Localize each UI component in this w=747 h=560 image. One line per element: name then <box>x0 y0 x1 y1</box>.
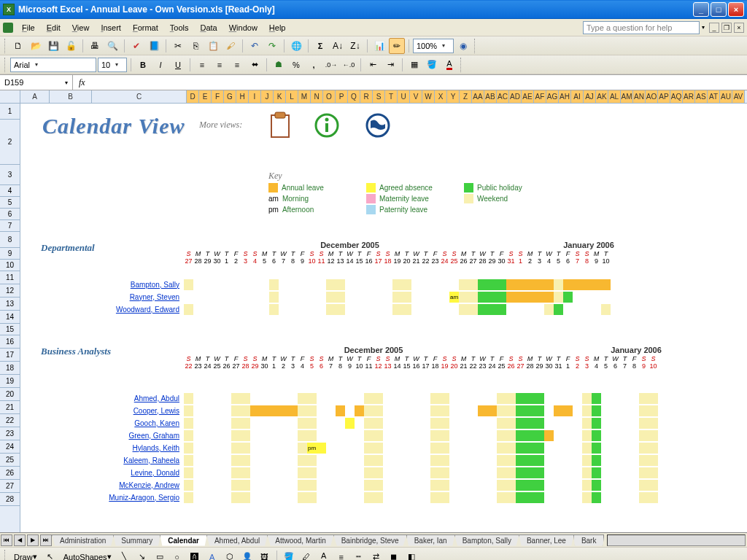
employee-link[interactable]: Hylands, Keith <box>133 444 179 452</box>
col-header-AR[interactable]: AR <box>683 90 695 103</box>
col-header-AV[interactable]: AV <box>732 90 745 103</box>
tab-nav-first[interactable]: ⏮ <box>1 534 12 546</box>
tab-nav-last[interactable]: ⏭ <box>40 534 52 546</box>
undo-button[interactable]: ↶ <box>247 38 263 54</box>
fill-color-draw-button[interactable]: 🪣 <box>281 549 297 561</box>
horizontal-scrollbar[interactable] <box>607 534 746 546</box>
name-box[interactable]: D159▾ <box>0 75 73 90</box>
menu-tools[interactable]: Tools <box>164 22 195 34</box>
fx-button[interactable]: fx <box>73 77 91 88</box>
open-button[interactable]: 📂 <box>28 38 44 54</box>
col-header-AI[interactable]: AI <box>571 90 584 103</box>
row-header-25[interactable]: 25 <box>0 454 20 467</box>
col-header-AA[interactable]: AA <box>472 90 484 103</box>
employee-link[interactable]: Rayner, Steven <box>130 293 179 301</box>
row-header-27[interactable]: 27 <box>0 480 20 493</box>
font-size-combo[interactable]: 10▾ <box>98 58 127 72</box>
select-all-corner[interactable] <box>0 90 20 103</box>
decrease-decimal-button[interactable]: ←.0 <box>341 57 357 73</box>
shadow-button[interactable]: ◼ <box>386 549 402 561</box>
col-header-M[interactable]: M <box>298 90 311 103</box>
col-header-AU[interactable]: AU <box>720 90 732 103</box>
col-header-AP[interactable]: AP <box>658 90 670 103</box>
sheet-tab-bainbridge-steve[interactable]: Bainbridge, Steve <box>333 534 407 546</box>
col-header-B[interactable]: B <box>50 90 92 103</box>
comma-button[interactable]: , <box>306 57 322 73</box>
col-header-G[interactable]: G <box>224 90 236 103</box>
col-header-H[interactable]: H <box>236 90 249 103</box>
menu-data[interactable]: Data <box>194 22 222 34</box>
sort-asc-button[interactable]: A↓ <box>330 38 346 54</box>
doc-restore-button[interactable]: ❐ <box>721 23 732 33</box>
sheet-tab-ahmed-abdul[interactable]: Ahmed, Abdul <box>206 534 268 546</box>
minimize-button[interactable]: _ <box>693 2 709 17</box>
draw-menu[interactable]: Draw ▾ <box>10 549 41 561</box>
col-header-W[interactable]: W <box>422 90 435 103</box>
help-button[interactable]: ◉ <box>455 38 471 54</box>
line-style-button[interactable]: ≡ <box>333 549 349 561</box>
sheet-tab-baker-ian[interactable]: Baker, Ian <box>406 534 455 546</box>
align-left-button[interactable]: ≡ <box>194 57 210 73</box>
employee-link[interactable]: Green, Graham <box>129 432 179 440</box>
line-color-button[interactable]: 🖊 <box>298 549 314 561</box>
row-header-10[interactable]: 10 <box>0 260 20 271</box>
col-header-AL[interactable]: AL <box>608 90 621 103</box>
picture-button[interactable]: 🖼 <box>257 549 273 561</box>
col-header-S[interactable]: S <box>373 90 385 103</box>
sheet-tab-bampton-sally[interactable]: Bampton, Sally <box>454 534 519 546</box>
tab-nav-prev[interactable]: ◀ <box>14 534 26 546</box>
percent-button[interactable]: % <box>288 57 304 73</box>
decrease-indent-button[interactable]: ⇤ <box>365 57 381 73</box>
clipboard-view-icon[interactable] <box>266 111 295 140</box>
menu-window[interactable]: Window <box>223 22 263 34</box>
help-search-input[interactable]: Type a question for help <box>583 21 700 34</box>
autoshapes-menu[interactable]: AutoShapes ▾ <box>60 549 115 561</box>
employee-link[interactable]: Levine, Donald <box>131 469 179 477</box>
employee-link[interactable]: Woodward, Edward <box>116 306 179 314</box>
align-right-button[interactable]: ≡ <box>229 57 245 73</box>
oval-button[interactable]: ○ <box>169 549 185 561</box>
row-header-17[interactable]: 17 <box>0 349 20 362</box>
employee-link[interactable]: Cooper, Lewis <box>133 407 179 415</box>
col-header-AK[interactable]: AK <box>596 90 608 103</box>
row-header-21[interactable]: 21 <box>0 401 20 414</box>
col-header-I[interactable]: I <box>249 90 261 103</box>
save-button[interactable]: 💾 <box>45 38 61 54</box>
row-header-11[interactable]: 11 <box>0 271 20 284</box>
row-header-26[interactable]: 26 <box>0 467 20 480</box>
col-header-AO[interactable]: AO <box>646 90 658 103</box>
chart-wizard-button[interactable]: 📊 <box>371 38 387 54</box>
font-color-button[interactable]: A <box>441 57 457 73</box>
arrow-button[interactable]: ↘ <box>134 549 150 561</box>
align-center-button[interactable]: ≡ <box>212 57 228 73</box>
employee-link[interactable]: Gooch, Karen <box>134 419 179 427</box>
row-header-28[interactable]: 28 <box>0 493 20 506</box>
row-header-3[interactable]: 3 <box>0 165 20 185</box>
line-button[interactable]: ╲ <box>117 549 133 561</box>
3d-button[interactable]: ◧ <box>403 549 419 561</box>
row-header-6[interactable]: 6 <box>0 209 20 220</box>
sheet-tab-calendar[interactable]: Calendar <box>160 534 207 546</box>
fill-color-button[interactable]: 🪣 <box>424 57 440 73</box>
col-header-AE[interactable]: AE <box>522 90 534 103</box>
col-header-AJ[interactable]: AJ <box>584 90 596 103</box>
col-header-D[interactable]: D <box>187 90 199 103</box>
row-header-2[interactable]: 2 <box>0 120 20 165</box>
menu-view[interactable]: View <box>66 22 96 34</box>
format-painter-button[interactable]: 🖌 <box>222 38 239 54</box>
hyperlink-button[interactable]: 🌐 <box>288 38 304 54</box>
zoom-combo[interactable]: 100%▾ <box>413 39 454 53</box>
col-header-E[interactable]: E <box>199 90 212 103</box>
drawing-toggle-button[interactable]: ✏ <box>389 38 405 54</box>
rectangle-button[interactable]: ▭ <box>152 549 168 561</box>
copy-button[interactable]: ⎘ <box>187 38 204 54</box>
doc-minimize-button[interactable]: _ <box>709 23 719 33</box>
row-header-1[interactable]: 1 <box>0 104 20 120</box>
col-header-J[interactable]: J <box>261 90 274 103</box>
globe-view-icon[interactable] <box>363 111 392 140</box>
menu-format[interactable]: Format <box>127 22 164 34</box>
col-header-X[interactable]: X <box>435 90 447 103</box>
underline-button[interactable]: U <box>170 57 186 73</box>
employee-link[interactable]: McKenzie, Andrew <box>119 481 179 489</box>
col-header-R[interactable]: R <box>360 90 373 103</box>
